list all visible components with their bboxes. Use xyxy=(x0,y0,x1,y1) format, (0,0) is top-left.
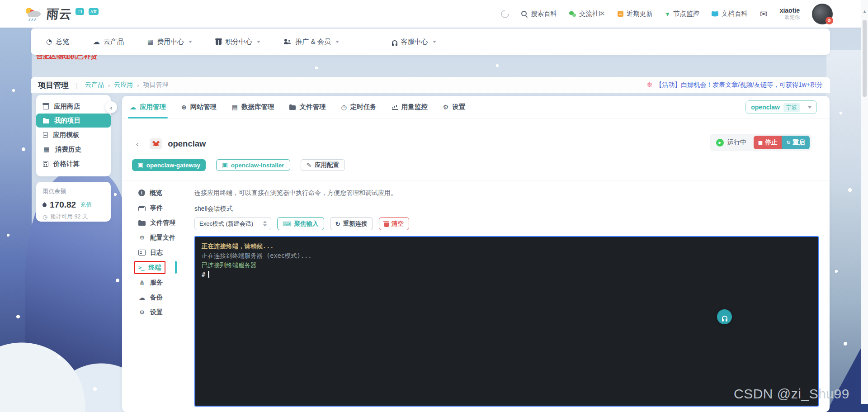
node-monitor-link[interactable]: ➤ 节点监控 xyxy=(665,9,699,18)
menu-item-overview[interactable]: i 概览 xyxy=(138,185,193,200)
reconnect-icon: ↻ xyxy=(335,220,340,227)
back-button[interactable]: ‹ xyxy=(136,139,139,149)
nav-overview[interactable]: ◔ 总览 xyxy=(46,38,69,46)
focus-input-button[interactable]: ⌨ 聚焦输入 xyxy=(277,217,324,230)
nav-support-center[interactable]: 客服中心 xyxy=(392,38,436,46)
nav-promotion-membership[interactable]: 推广 & 会员 xyxy=(284,38,339,46)
chart-icon xyxy=(392,104,398,110)
sidebar-item-my-projects[interactable]: 我的项目 xyxy=(36,114,111,128)
edit-icon: ✎ xyxy=(307,161,311,169)
clock-icon: ◷ xyxy=(42,213,47,220)
sidebar-item-app-store[interactable]: 应用商店 xyxy=(36,99,111,114)
terminal-prompt-line: # xyxy=(202,270,811,279)
menu-item-settings[interactable]: ⚙ 设置 xyxy=(138,305,193,320)
mail-icon[interactable]: ✉ xyxy=(760,9,768,19)
page-scrollbar[interactable]: ▲ xyxy=(861,0,868,412)
title-divider: | xyxy=(76,81,78,89)
terminal-cursor xyxy=(208,271,209,278)
shell-mode-select[interactable]: Exec模式 (新建会话) xyxy=(194,217,271,230)
csdn-watermark: CSDN @zi_Shu99 xyxy=(734,386,849,402)
chip-openclaw-installer[interactable]: ▣ openclaw-installer xyxy=(216,159,290,171)
users-icon xyxy=(284,39,292,44)
app-name: openclaw xyxy=(168,139,206,149)
tab-file-management[interactable]: 文件管理 xyxy=(289,96,326,118)
nav-billing-center[interactable]: ▦ 费用中心 xyxy=(147,38,192,46)
banknote-icon: ▦ xyxy=(147,38,153,45)
network-icon: ⋔ xyxy=(138,279,146,286)
app-chips: ▣ openclaw-gateway ▣ openclaw-installer … xyxy=(132,159,345,171)
tab-database-management[interactable]: ▤ 数据库管理 xyxy=(232,96,274,118)
menu-item-terminal[interactable]: >_ 终端 xyxy=(134,261,165,274)
book-icon xyxy=(712,11,718,16)
tab-website-management[interactable]: ⊕ 网站管理 xyxy=(181,96,217,118)
stop-button[interactable]: ■ 停止 xyxy=(754,136,782,149)
sidebar-item-app-templates[interactable]: 应用模板 xyxy=(36,128,111,142)
breadcrumb-separator: › xyxy=(108,82,110,89)
store-icon xyxy=(43,105,49,109)
folder-icon xyxy=(138,221,146,226)
calendar-icon xyxy=(138,206,146,211)
status-group: ▶ 运行中 ■ 停止 ↻ 重启 xyxy=(710,134,811,151)
breadcrumb-cloud-app[interactable]: 云应用 xyxy=(114,81,133,89)
balance-card: 雨点余额 170.82 充值 ◷ 预计可用 92 天 xyxy=(36,182,111,222)
scrollbar-thumb[interactable] xyxy=(863,20,867,97)
terminal-line: 已连接到终端服务器 xyxy=(202,260,811,270)
community-link[interactable]: 交流社区 xyxy=(569,9,605,18)
brand[interactable]: 雨云 A文 xyxy=(25,6,99,22)
restart-button[interactable]: ↻ 重启 xyxy=(782,136,810,149)
terminal-icon: >_ xyxy=(138,265,144,271)
changelog-icon xyxy=(618,11,623,17)
shell-mode-label: shell会话模式 xyxy=(194,205,819,213)
chevron-down-icon xyxy=(808,106,811,109)
reconnect-button[interactable]: ↻ 重新连接 xyxy=(330,217,373,230)
sidebar-collapse-button[interactable]: ‹ xyxy=(105,101,117,113)
page-title: 项目管理 xyxy=(38,80,69,90)
project-selector-dropdown[interactable]: openclaw 宁波 xyxy=(745,100,817,114)
menu-item-backup[interactable]: ☁ 备份 xyxy=(138,290,193,305)
status-badge: 运行中 xyxy=(727,138,746,147)
folder-icon xyxy=(43,119,49,123)
scrollbar-up-arrow[interactable]: ▲ xyxy=(861,9,868,14)
scrollbar-corner xyxy=(861,404,868,412)
sidebar-item-spend-history[interactable]: ▦ 消费历史 xyxy=(36,142,111,156)
nav-points-center[interactable]: 积分中心 xyxy=(216,38,260,46)
translate-icon[interactable]: A文 xyxy=(89,8,99,15)
tab-usage-monitor[interactable]: 用量监控 xyxy=(392,96,428,118)
tab-app-management[interactable]: ☁ 应用管理 xyxy=(130,96,166,118)
tab-scheduled-tasks[interactable]: ◷ 定时任务 xyxy=(341,96,376,118)
search-icon xyxy=(521,11,528,17)
clear-button[interactable]: 清空 xyxy=(379,217,409,230)
menu-item-logs[interactable]: 日志 xyxy=(138,245,193,260)
firework-icon: ❊ xyxy=(647,81,653,89)
template-file-icon xyxy=(43,132,48,138)
section-divider xyxy=(122,180,830,180)
avatar[interactable]: ⚙ xyxy=(812,4,833,24)
activity-banner[interactable]: ❊ 【活动】白嫖机会！发表文章/视频/友链等，可获得1w+积分 xyxy=(647,81,823,89)
select-arrows-icon xyxy=(263,221,267,227)
docs-wiki-link[interactable]: 文档百科 xyxy=(712,9,748,18)
menu-item-config-files[interactable]: ⚙ 配置文件 xyxy=(138,230,193,245)
app-crab-icon xyxy=(150,138,162,149)
screenshot-icon[interactable] xyxy=(75,8,84,15)
rainyun-console: 合肥区物理机已补货 雨云 A文 搜索百科 xyxy=(0,0,868,412)
user-info[interactable]: xiaotie 欢迎你 xyxy=(780,7,800,21)
sidebar-item-price-calculator[interactable]: 价格计算 xyxy=(36,156,111,171)
menu-item-file-management[interactable]: 文件管理 xyxy=(138,215,193,230)
search-wiki-link[interactable]: 搜索百科 xyxy=(521,9,557,18)
menu-item-events[interactable]: 事件 xyxy=(138,200,193,215)
chip-openclaw-gateway[interactable]: ▣ openclaw-gateway xyxy=(132,159,206,171)
recharge-link[interactable]: 充值 xyxy=(80,201,92,209)
weather-logo-icon xyxy=(25,6,43,21)
nav-cloud-products[interactable]: ☁ 云产品 xyxy=(93,38,124,46)
tab-settings[interactable]: ⚙ 设置 xyxy=(443,96,466,118)
cloud-backup-icon: ☁ xyxy=(138,294,146,301)
breadcrumb-separator: › xyxy=(137,82,139,89)
recent-updates-link[interactable]: 近期更新 xyxy=(618,9,653,18)
app-config-button[interactable]: ✎ 应用配置 xyxy=(301,159,345,171)
topbar: 雨云 A文 搜索百科 交流社区 近期更新 ➤ 节点监控 xyxy=(0,0,868,28)
breadcrumb-cloud-products[interactable]: 云产品 xyxy=(85,81,104,89)
support-float-button[interactable] xyxy=(717,309,732,324)
trash-icon xyxy=(384,223,389,227)
menu-item-services[interactable]: ⋔ 服务 xyxy=(138,275,193,290)
chevron-down-icon xyxy=(189,41,192,43)
